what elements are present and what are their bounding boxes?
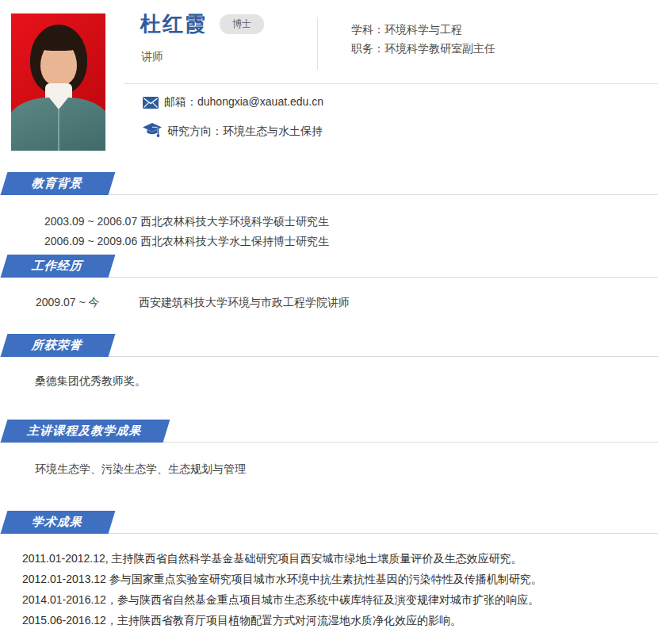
section-header-achievements: 学术成果 [0,512,658,534]
job-title: 讲师 [141,50,163,64]
honors-body: 桑德集团优秀教师奖。 [0,357,658,405]
education-detail: 西北农林科技大学水土保持博士研究生 [140,232,329,251]
education-row: 2006.09 ~ 2009.06 西北农林科技大学水土保持博士研究生 [44,232,658,251]
person-name: 杜红霞 [140,10,207,38]
meta-info: 学科：环境科学与工程 职务：环境科学教研室副主任 [351,20,495,58]
email-row: 邮箱：duhongxia@xauat.edu.cn [143,95,323,109]
discipline-text: 学科：环境科学与工程 [351,20,495,39]
header-divider [124,83,658,84]
research-row: 研究方向：环境生态与水土保持 [143,123,323,140]
email-text: 邮箱：duhongxia@xauat.edu.cn [164,95,323,109]
section-header-education: 教育背景 [0,173,658,195]
work-row: 2009.07 ~ 今 西安建筑科技大学环境与市政工程学院讲师 [36,293,658,312]
photo-bangs [36,33,81,51]
courses-body: 环境生态学、污染生态学、生态规划与管理 [0,443,658,499]
position-text: 职务：环境科学教研室副主任 [351,39,495,58]
section-ribbon: 所获荣誉 [1,334,116,357]
honors-text: 桑德集团优秀教师奖。 [35,371,658,391]
education-detail: 西北农林科技大学环境科学硕士研究生 [140,212,329,232]
education-period: 2003.09 ~ 2006.07 [44,212,140,232]
work-list: 2009.07 ~ 今 西安建筑科技大学环境与市政工程学院讲师 [0,278,658,322]
education-period: 2006.09 ~ 2009.06 [44,232,140,251]
education-list: 2003.09 ~ 2006.07 西北农林科技大学环境科学硕士研究生 2006… [0,195,658,255]
research-text: 研究方向：环境生态与水土保持 [167,125,323,139]
achievements-list: 2011.01-2012.12, 主持陕西省自然科学基金基础研究项目西安城市绿地… [0,534,658,644]
achievement-item: 2011.01-2012.12, 主持陕西省自然科学基金基础研究项目西安城市绿地… [22,548,642,569]
graduation-cap-icon [143,123,162,140]
section-ribbon: 主讲课程及教学成果 [1,420,170,443]
achievement-item: 2014.01-2016.12，参与陕西省自然基金重点项目城市生态系统中碳库特征… [22,589,642,610]
education-row: 2003.09 ~ 2006.07 西北农林科技大学环境科学硕士研究生 [44,212,658,232]
section-ribbon: 教育背景 [1,172,116,195]
mail-icon [143,97,159,109]
profile-header: 杜红霞 博士 讲师 学科：环境科学与工程 职务：环境科学教研室副主任 邮箱：du… [0,0,658,173]
section-title: 教育背景 [30,176,86,191]
courses-text: 环境生态学、污染生态学、生态规划与管理 [35,459,658,479]
achievement-item: 2015.06-2016.12，主持陕西省教育厅项目植物配置方式对河流湿地水质净… [22,610,642,631]
degree-badge: 博士 [220,14,264,34]
photo-zipper [58,109,59,151]
section-header-honors: 所获荣誉 [0,335,658,357]
section-ribbon: 学术成果 [1,511,116,534]
section-header-work: 工作经历 [0,255,658,278]
work-period: 2009.07 ~ 今 [36,293,139,312]
section-title: 所获荣誉 [30,338,86,353]
vertical-divider [317,17,318,70]
achievement-item: 2012.01-2013.12 参与国家重点实验室研究项目城市水环境中抗生素抗性… [22,569,642,589]
section-title: 工作经历 [30,259,86,274]
section-ribbon: 工作经历 [1,255,116,278]
name-row: 杜红霞 博士 [140,10,264,38]
section-header-courses: 主讲课程及教学成果 [0,420,658,443]
work-detail: 西安建筑科技大学环境与市政工程学院讲师 [139,293,350,312]
section-title: 学术成果 [30,515,86,530]
profile-photo [11,13,105,151]
section-title: 主讲课程及教学成果 [26,424,145,439]
